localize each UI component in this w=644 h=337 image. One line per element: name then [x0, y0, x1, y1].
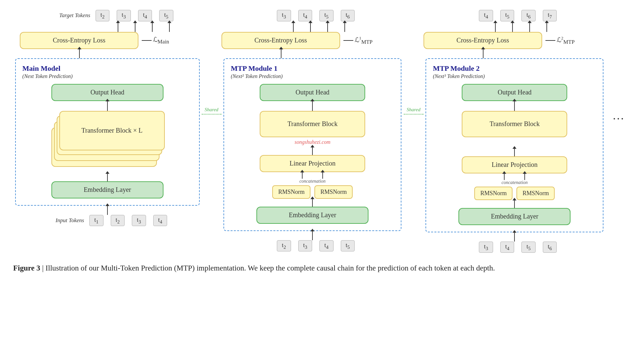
- mtp1-wrapper: t3 t4 t5 t6 Cross-Entropy Loss ℒ1MTP: [221, 10, 404, 251]
- token-t7-mtp2-target: t7: [543, 10, 557, 21]
- loss-label-mtp2: ℒ2MTP: [557, 36, 575, 45]
- arrow-proj-to-transformer-mtp1: [312, 147, 313, 155]
- arrow-t3-loss-mtp1: [293, 23, 294, 32]
- arrow-t5-loss-main: [169, 23, 170, 32]
- token-t5-mtp2-target: t5: [500, 10, 514, 21]
- token-t3-mtp1-input: t3: [298, 240, 312, 252]
- loss-label-main: ℒMain: [153, 36, 169, 45]
- embedding-layer-mtp2: Embedding Layer: [458, 208, 571, 225]
- arrow-proj-to-transformer-mtp2: [514, 148, 515, 156]
- token-t4-mtp1-target: t4: [298, 10, 312, 21]
- mtp1-title: MTP Module 1: [231, 64, 278, 73]
- token-t4-mtp1-input: t4: [319, 240, 334, 252]
- caption-separator: |: [42, 264, 45, 272]
- token-t5-mtp2-input: t5: [521, 242, 536, 253]
- arrow-t6-loss-mtp2: [529, 23, 530, 32]
- arrow-t2-loss-main: [118, 23, 118, 32]
- transformer-block-L-label: Transformer Block × L: [81, 127, 143, 134]
- input-tokens-label-main: Input Tokens: [55, 217, 84, 224]
- dotted-output-head-1: [202, 114, 221, 115]
- token-t4-mtp2-input: t4: [500, 242, 514, 253]
- arrow-input-to-embed-main: [107, 206, 108, 215]
- figure-label: Figure 3: [13, 264, 40, 272]
- main-model-subtitle: (Next Token Prediction): [22, 73, 73, 79]
- shared-label-output-1: Shared: [205, 107, 219, 113]
- linear-projection-mtp2: Linear Projection: [462, 156, 567, 173]
- stacked-transformer-main: Transformer Block × L: [51, 111, 163, 173]
- shared-label-output-2: Shared: [407, 107, 421, 113]
- mtp1-box: MTP Module 1 (Next² Token Prediction) Ou…: [223, 58, 401, 231]
- token-t3-main-target: t3: [117, 10, 131, 21]
- arrow-t5-loss-mtp2: [512, 23, 513, 32]
- arrow-right-concat-mtp2: [524, 173, 525, 180]
- embedding-layer-main: Embedding Layer: [51, 181, 163, 198]
- token-t1-main-input: t1: [89, 215, 103, 226]
- rmsnorm-right-mtp2: RMSNorm: [516, 187, 555, 200]
- arrow-t4-loss-mtp1: [310, 23, 311, 32]
- rmsnorm-left-mtp1: RMSNorm: [272, 185, 310, 199]
- token-t4-main-target: t4: [138, 10, 152, 21]
- arrow-embed-to-transformer-main: [107, 173, 108, 181]
- main-model-title: Main Model: [22, 64, 61, 73]
- token-t5-main-target: t5: [159, 10, 173, 21]
- concat-label-mtp1: concatenation: [300, 179, 326, 184]
- loss-label-mtp1: ℒ1MTP: [355, 36, 373, 45]
- arrow-loss-to-output-main: [79, 49, 80, 58]
- mtp2-box: MTP Module 2 (Next³ Token Prediction) Ou…: [425, 58, 603, 232]
- token-t2-main-target: t2: [96, 10, 110, 21]
- token-t4-mtp2-target: t4: [479, 10, 493, 21]
- token-t3-main-input: t3: [132, 215, 146, 226]
- arrow-t4-loss-main: [152, 23, 153, 32]
- dotted-output-head-2: [404, 114, 424, 115]
- ellipsis: …: [606, 109, 631, 122]
- target-tokens-label-main: Target Tokens: [59, 12, 90, 19]
- token-t3-mtp2-input: t3: [479, 242, 493, 253]
- arrow-t7-loss-mtp2: [546, 23, 547, 32]
- arrow-left-concat-mtp2: [504, 173, 505, 180]
- arrow-embed-to-rmsnorm-mtp2: [514, 200, 515, 208]
- arrow-transformer-to-output-mtp1: [312, 101, 313, 111]
- mtp2-title: MTP Module 2: [433, 64, 480, 73]
- arrow-transformer-to-output-mtp2: [514, 101, 515, 111]
- concat-label-mtp2: concatenation: [502, 180, 528, 185]
- token-t5-mtp1-input: t5: [341, 240, 355, 252]
- arrow-input-to-embed-mtp2: [514, 232, 515, 242]
- mtp2-wrapper: t4 t5 t6 t7 Cross-Entropy Loss ℒ2MTP: [424, 10, 606, 253]
- main-model-wrapper: Target Tokens t2 t3 t4 t5 Cross-Entropy …: [13, 10, 202, 226]
- arrow-input-to-embed-mtp1: [312, 231, 313, 240]
- caption-text: Illustration of our Multi-Token Predicti…: [45, 264, 495, 272]
- transformer-block-mtp2: Transformer Block: [462, 111, 567, 137]
- rmsnorm-right-mtp1: RMSNorm: [314, 185, 353, 199]
- mtp2-subtitle: (Next³ Token Prediction): [433, 73, 484, 79]
- arrow-t5-loss-mtp1: [327, 23, 328, 32]
- token-t6-mtp2-target: t6: [521, 10, 536, 21]
- token-t2-mtp1-input: t2: [277, 240, 291, 252]
- arrow-loss-out-main: [142, 40, 152, 41]
- transformer-block-mtp1: Transformer Block: [260, 111, 365, 137]
- main-model-box: Main Model (Next Token Prediction) Outpu…: [15, 58, 200, 206]
- arrow-loss-to-output-mtp2: [483, 49, 483, 58]
- arrow-loss-to-output-mtp1: [281, 49, 281, 58]
- arrow-embed-to-rmsnorm-mtp1: [312, 199, 313, 207]
- diagram-area: Target Tokens t2 t3 t4 t5 Cross-Entropy …: [13, 7, 631, 274]
- token-t6-mtp2-input: t6: [543, 242, 557, 253]
- token-t3-mtp1-target: t3: [277, 10, 291, 21]
- rmsnorm-left-mtp2: RMSNorm: [474, 187, 512, 200]
- arrow-loss-out-mtp2: [545, 40, 555, 41]
- arrow-t6-loss-mtp1: [344, 23, 345, 32]
- token-t5-mtp1-target: t5: [319, 10, 334, 21]
- arrow-transformer-to-output-main: [107, 101, 108, 111]
- embedding-layer-mtp1: Embedding Layer: [256, 207, 368, 224]
- arrow-t4-loss-mtp2: [495, 23, 496, 32]
- arrow-right-concat-mtp1: [322, 172, 323, 179]
- mtp1-subtitle: (Next² Token Prediction): [231, 73, 282, 79]
- token-t6-mtp1-target: t6: [341, 10, 355, 21]
- token-t4-main-input: t4: [153, 215, 167, 226]
- token-t2-main-input: t2: [111, 215, 125, 226]
- linear-projection-mtp1: Linear Projection: [260, 155, 365, 172]
- arrow-t3-loss-main: [135, 23, 135, 32]
- figure-caption: Figure 3 | Illustration of our Multi-Tok…: [13, 263, 495, 274]
- arrow-left-concat-mtp1: [302, 172, 303, 179]
- arrow-loss-out-mtp1: [343, 40, 353, 41]
- watermark: songshuhezi.com: [295, 139, 331, 145]
